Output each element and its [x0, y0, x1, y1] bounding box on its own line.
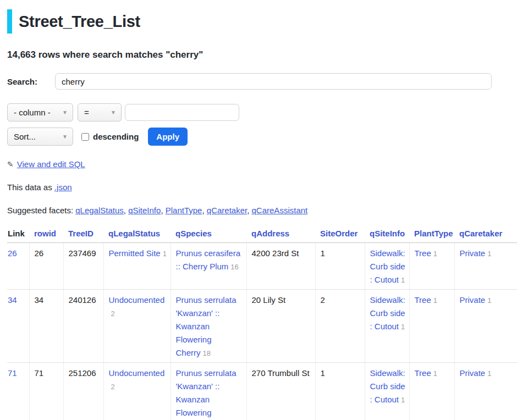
row-detail-link[interactable]: 34: [8, 295, 17, 305]
facets-prefix: Suggested facets:: [7, 206, 75, 215]
sort-by-rowid[interactable]: rowid: [34, 229, 56, 238]
cell-treeid: 237469: [63, 243, 103, 290]
sort-by-qlegalstatus[interactable]: qLegalStatus: [108, 229, 160, 238]
view-edit-sql-link[interactable]: View and edit SQL: [17, 159, 85, 169]
descending-checkbox[interactable]: [81, 133, 89, 141]
cell-rowid: 26: [29, 243, 63, 290]
column-header-rowid: rowid: [29, 226, 63, 243]
cell-qsiteinfo: Sidewalk: Curb side : Cutout1: [365, 243, 409, 290]
column-header-link: Link: [7, 226, 29, 243]
column-header-qsiteinfo: qSiteInfo: [365, 226, 409, 243]
sort-by-siteorder[interactable]: SiteOrder: [320, 229, 358, 238]
facet-value-link[interactable]: Private: [460, 248, 486, 258]
column-header-siteorder: SiteOrder: [315, 226, 365, 243]
sort-by-qsiteinfo[interactable]: qSiteInfo: [370, 229, 405, 238]
facet-value-link[interactable]: Undocumented: [109, 368, 165, 378]
sort-by-qspecies[interactable]: qSpecies: [175, 229, 212, 238]
facet-value-link[interactable]: Permitted Site: [109, 248, 161, 258]
chevron-down-icon: ▼: [111, 109, 116, 115]
sort-by-qaddress[interactable]: qAddress: [251, 229, 289, 238]
facet-link-qsiteinfo[interactable]: qSiteInfo: [128, 206, 161, 215]
cell-qcaretaker: Private1: [454, 363, 517, 420]
json-link[interactable]: .json: [54, 183, 72, 192]
facet-count: 1: [433, 369, 437, 378]
cell-link: 34: [7, 290, 29, 363]
cell-qsiteinfo: Sidewalk: Curb side : Cutout1: [365, 363, 409, 420]
facet-value-link[interactable]: Private: [460, 368, 486, 378]
facet-link-qcaretaker[interactable]: qCaretaker: [207, 206, 247, 215]
header-row: Link rowid TreeID qLegalStatus qSpecies …: [7, 226, 517, 243]
cell-rowid: 71: [29, 363, 63, 420]
operator-select[interactable]: = ▼: [78, 103, 122, 121]
data-as-prefix: This data as: [7, 183, 54, 192]
page-title: Street_Tree_List: [19, 9, 140, 34]
facet-count: 1: [487, 369, 491, 378]
cell-planttype: Tree1: [409, 243, 454, 290]
facet-count: 1: [401, 396, 405, 404]
facet-value-link[interactable]: Tree: [415, 248, 431, 258]
accent-bar: [7, 9, 12, 34]
chevron-down-icon: ▼: [62, 109, 68, 115]
column-header-qcaretaker: qCaretaker: [454, 226, 517, 243]
cell-qcaretaker: Private1: [454, 243, 517, 290]
results-table: Link rowid TreeID qLegalStatus qSpecies …: [7, 226, 517, 420]
cell-qlegalstatus: Undocumented2: [103, 363, 170, 420]
column-select-value: - column -: [14, 108, 51, 117]
sort-by-qcaretaker[interactable]: qCaretaker: [459, 229, 502, 238]
cell-treeid: 251206: [63, 363, 103, 420]
facet-value-link[interactable]: Sidewalk: Curb side : Cutout: [370, 248, 405, 284]
facet-value-link[interactable]: Sidewalk: Curb side : Cutout: [370, 295, 405, 331]
sort-by-treeid[interactable]: TreeID: [68, 229, 94, 238]
cell-planttype: Tree1: [409, 290, 454, 363]
search-label: Search:: [7, 77, 55, 86]
cell-qcaretaker: Private1: [454, 290, 517, 363]
title-bar: Street_Tree_List: [7, 9, 510, 34]
cell-qlegalstatus: Undocumented2: [103, 290, 170, 363]
row-detail-link[interactable]: 26: [8, 248, 17, 258]
cell-qaddress: 20 Lily St: [246, 290, 315, 363]
cell-qaddress: 270 Trumbull St: [246, 363, 315, 420]
sort-select[interactable]: Sort... ▼: [7, 128, 73, 146]
table-row: 26 26 237469 Permitted Site1 Prunus cera…: [7, 243, 517, 290]
facet-count: 1: [433, 250, 437, 258]
table-row: 71 71 251206 Undocumented2 Prunus serrul…: [7, 363, 517, 420]
row-count-summary: 14,663 rows where search matches "cherry…: [7, 49, 510, 60]
row-detail-link[interactable]: 71: [8, 368, 17, 378]
column-select[interactable]: - column - ▼: [7, 103, 73, 121]
filter-row: - column - ▼ = ▼: [7, 103, 510, 121]
facet-value-link[interactable]: Tree: [415, 295, 431, 305]
search-input[interactable]: [55, 73, 492, 90]
facet-link-qcareassistant[interactable]: qCareAssistant: [252, 206, 308, 215]
cell-qspecies: Prunus cerasifera :: Cherry Plum16: [170, 243, 246, 290]
facet-value-link[interactable]: Undocumented: [109, 295, 165, 305]
facet-value-link[interactable]: Tree: [415, 368, 431, 378]
facet-value-link[interactable]: Private: [460, 295, 486, 305]
facet-value-link[interactable]: Prunus serrulata 'Kwanzan' :: Kwanzan Fl…: [176, 295, 237, 357]
column-header-treeid: TreeID: [63, 226, 103, 243]
apply-button[interactable]: Apply: [148, 128, 188, 146]
cell-treeid: 240126: [63, 290, 103, 363]
descending-label: descending: [93, 132, 139, 141]
pencil-icon: ✎: [7, 160, 14, 169]
facet-count: 1: [163, 250, 167, 258]
facet-count: 18: [203, 349, 211, 357]
facet-link-planttype[interactable]: PlantType: [166, 206, 202, 215]
cell-link: 71: [7, 363, 29, 420]
filter-value-input[interactable]: [125, 104, 239, 121]
sort-select-value: Sort...: [14, 132, 36, 141]
cell-qsiteinfo: Sidewalk: Curb side : Cutout1: [365, 290, 409, 363]
facet-count: 1: [487, 250, 491, 258]
cell-siteorder: 2: [315, 290, 365, 363]
sort-by-planttype[interactable]: PlantType: [414, 229, 453, 238]
facet-value-link[interactable]: Sidewalk: Curb side : Cutout: [370, 368, 405, 404]
cell-qspecies: Prunus serrulata 'Kwanzan' :: Kwanzan Fl…: [170, 363, 246, 420]
column-header-planttype: PlantType: [409, 226, 454, 243]
facet-count: 1: [487, 296, 491, 305]
facet-link-qlegalstatus[interactable]: qLegalStatus: [75, 206, 124, 215]
facet-count: 2: [111, 383, 115, 391]
facet-value-link[interactable]: Prunus serrulata 'Kwanzan' :: Kwanzan Fl…: [176, 368, 237, 420]
cell-rowid: 34: [29, 290, 63, 363]
facet-count: 1: [401, 323, 405, 331]
facet-separator: ,: [202, 206, 206, 215]
page: Street_Tree_List 14,663 rows where searc…: [0, 9, 517, 420]
